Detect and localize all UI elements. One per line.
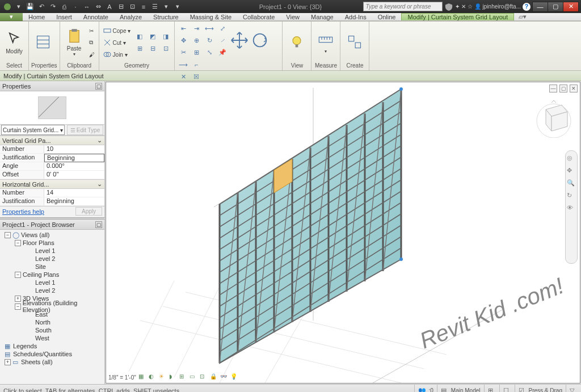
expand-icon[interactable]: + <box>5 359 11 365</box>
copy-clipboard-button[interactable]: ⧉ <box>87 37 96 48</box>
rendering-icon[interactable]: ⊞ <box>179 373 187 381</box>
wall-opening-icon[interactable]: ⊞ <box>133 43 146 54</box>
browser-close-icon[interactable]: ▢ <box>95 221 102 228</box>
print-icon[interactable]: ⎙ <box>59 2 69 12</box>
exchange-icon[interactable]: ✕ <box>461 3 466 10</box>
search-input[interactable] <box>363 2 443 11</box>
trim-tool-icon[interactable]: ⟋ <box>216 35 229 46</box>
signin-icon[interactable]: 👤 <box>474 3 481 10</box>
collapse-icon[interactable]: − <box>15 240 21 246</box>
tab-structure[interactable]: Structure <box>148 14 184 20</box>
geom-extra-icon[interactable]: ⊡ <box>159 43 172 54</box>
maximize-button[interactable]: ▢ <box>548 2 563 12</box>
view-close-icon[interactable]: ✕ <box>570 85 578 92</box>
subscription-icon[interactable]: ✦ <box>455 3 460 10</box>
open-icon[interactable]: ▾ <box>14 2 24 12</box>
save-icon[interactable]: 💾 <box>25 2 35 12</box>
properties-title-bar[interactable]: Properties ▢ <box>0 81 104 91</box>
matchtype-button[interactable]: 🖌 <box>87 49 96 60</box>
viewcube[interactable] <box>534 99 573 138</box>
tab-home[interactable]: Home <box>23 14 50 20</box>
pan-icon[interactable]: ✥ <box>567 167 576 176</box>
lock-3d-icon[interactable]: 🔒 <box>210 373 218 381</box>
move-big-icon[interactable] <box>230 31 249 50</box>
properties-help-link[interactable]: Properties help <box>2 208 44 215</box>
modify-tool-button[interactable]: Modify <box>2 24 26 61</box>
tree-north[interactable]: North <box>0 318 104 326</box>
array-tool-icon[interactable]: ⊞ <box>190 47 203 58</box>
prop-number-h[interactable]: Number14 <box>0 189 104 197</box>
delete-icon[interactable]: ☒ <box>190 71 203 82</box>
view-scale[interactable]: 1/8" = 1'-0" <box>108 374 136 381</box>
collapse-icon[interactable]: − <box>5 232 11 238</box>
app-menu-button[interactable] <box>2 2 12 12</box>
redo-icon[interactable]: ↷ <box>48 2 58 12</box>
copy-tool-icon[interactable]: ⊕ <box>190 35 203 46</box>
tree-south[interactable]: South <box>0 326 104 334</box>
prop-angle-v[interactable]: Angle0.000° <box>0 162 104 171</box>
paste-button[interactable]: Paste ▾ <box>62 24 86 61</box>
extend-icon[interactable]: ⟶ <box>177 59 190 70</box>
align-icon[interactable]: ⇔ <box>93 2 103 12</box>
tree-level1-fp[interactable]: Level 1 <box>0 247 104 255</box>
view-minimize-icon[interactable]: — <box>549 85 557 92</box>
reveal-hidden-icon[interactable]: 💡 <box>230 373 238 381</box>
section-icon[interactable]: ≡ <box>138 2 149 12</box>
minimize-button[interactable]: — <box>532 2 548 12</box>
tab-view[interactable]: View <box>280 14 305 20</box>
tree-ceiling-plans[interactable]: −Ceiling Plans <box>0 271 104 279</box>
section-horizontal-grid[interactable]: Horizontal Grid...⌄ <box>0 179 104 189</box>
corner-trim-icon[interactable]: ⌐ <box>190 59 203 70</box>
measure-icon[interactable]: ↔ <box>82 2 92 12</box>
shadows-icon[interactable]: ◗ <box>169 373 177 381</box>
unpin-icon[interactable]: ✕ <box>177 71 190 82</box>
prop-justification-v[interactable]: JustificationBeginning <box>0 154 104 162</box>
crop-region-icon[interactable]: ⊡ <box>200 373 208 381</box>
visual-style-icon[interactable]: ◐ <box>149 373 157 381</box>
tag-icon[interactable]: ⊡ <box>127 2 137 12</box>
favorite-icon[interactable]: ☆ <box>468 3 473 10</box>
undo-icon[interactable]: ↶ <box>36 2 47 12</box>
view-button[interactable] <box>285 24 309 61</box>
tab-modify-context[interactable]: Modify | Curtain System Grid Layout <box>401 13 513 20</box>
prop-number-v[interactable]: Number10 <box>0 145 104 154</box>
status-design-options[interactable]: ⊞ <box>484 385 499 392</box>
status-press-drag[interactable]: ☑Press & Drag <box>515 385 566 392</box>
orbit-icon[interactable]: ↻ <box>567 192 576 201</box>
expand-icon[interactable]: + <box>15 296 21 302</box>
tree-level2-cp[interactable]: Level 2 <box>0 286 104 294</box>
apply-button[interactable]: Apply <box>75 207 102 216</box>
tab-addins[interactable]: Add-Ins <box>339 14 372 20</box>
scale-tool-icon[interactable]: ⤡ <box>203 47 216 58</box>
sun-path-icon[interactable]: ☀ <box>159 373 167 381</box>
tree-level1-cp[interactable]: Level 1 <box>0 279 104 286</box>
section-vertical-grid[interactable]: Vertical Grid Pa...⌄ <box>0 136 104 145</box>
demolish-icon[interactable]: ◨ <box>159 31 172 43</box>
cut-geom-button[interactable]: Cut ▾ <box>102 37 133 48</box>
collapse-icon[interactable]: − <box>15 304 21 310</box>
status-workset[interactable]: 👥:0 <box>414 385 436 392</box>
text-icon[interactable]: A <box>104 2 115 12</box>
tab-manage[interactable]: Manage <box>305 14 339 20</box>
beam-join-icon[interactable]: ⊟ <box>146 43 159 54</box>
status-model[interactable]: ▤Main Model <box>437 385 484 392</box>
tab-insert[interactable]: Insert <box>50 14 78 20</box>
prop-justification-h[interactable]: JustificationBeginning <box>0 197 104 206</box>
create-button[interactable] <box>343 24 367 61</box>
cut-clipboard-button[interactable]: ✂ <box>87 25 96 36</box>
move-tool-icon[interactable]: ✥ <box>177 35 190 46</box>
prop-offset-v[interactable]: Offset0' 0" <box>0 171 104 179</box>
model-canvas[interactable]: Revit Kid .com! <box>106 82 580 383</box>
browser-title-bar[interactable]: Project1 - Project Browser ▢ <box>0 220 104 230</box>
navigation-bar[interactable]: ◎ ✥ 🔍 ↻ 👁 <box>565 150 578 264</box>
panel-toggle-icon[interactable]: ▱▾ <box>514 13 531 20</box>
zoom-icon[interactable]: 🔍 <box>567 179 576 188</box>
rotate-big-icon[interactable] <box>250 31 270 50</box>
properties-button[interactable] <box>31 24 55 61</box>
close-button[interactable]: ✕ <box>563 2 579 12</box>
thin-lines-icon[interactable]: ☰ <box>150 2 160 12</box>
detail-level-icon[interactable]: ▦ <box>138 373 146 381</box>
tab-online[interactable]: Online <box>372 14 402 20</box>
help-icon[interactable]: ? <box>523 3 531 11</box>
status-editable-only[interactable]: ☐ <box>499 385 515 392</box>
